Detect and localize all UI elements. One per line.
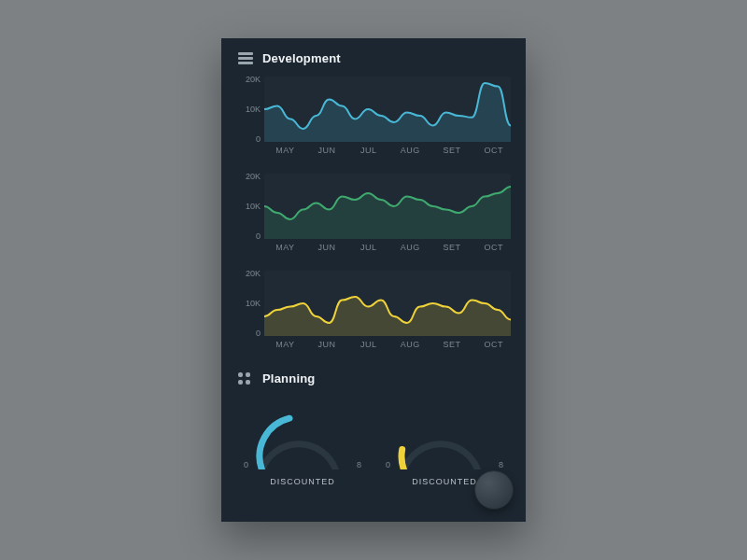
gauge-max-label: 8 [357,460,361,469]
y-tick-label: 0 [233,134,261,144]
y-tick-label: 0 [233,231,261,241]
x-tick-label: MAY [264,340,306,349]
x-tick-label: JUN [306,340,348,349]
gauge-max-label: 8 [499,460,503,469]
x-tick-label: MAY [264,146,306,155]
section-title: Planning [262,371,316,385]
x-tick-label: JUN [306,146,348,155]
y-tick-label: 20K [233,75,261,84]
x-ticks: MAYJUNJULAUGSETOCT [264,146,514,155]
gauge-min-label: 0 [244,460,248,469]
gauge-min-label: 0 [386,460,390,469]
list-icon [238,52,253,65]
y-tick-label: 0 [233,329,261,338]
x-tick-label: SET [431,340,473,349]
y-tick-label: 20K [233,269,261,278]
section-title: Development [262,51,341,65]
x-tick-label: OCT [472,243,514,252]
grid-icon [238,372,253,385]
y-tick-label: 10K [233,299,261,308]
gauge: 0 8 DISCOUNTED [238,400,367,501]
x-tick-label: SET [431,243,473,252]
y-tick-label: 10K [233,105,261,114]
y-tick-label: 20K [233,172,261,181]
x-ticks: MAYJUNJULAUGSETOCT [264,340,514,349]
area-chart: 20K10K0MAYJUNJULAUGSETOCT [233,174,514,265]
x-tick-label: MAY [264,243,306,252]
x-tick-label: JUL [347,243,389,252]
section-header-planning: Planning [221,364,526,391]
x-tick-label: JUL [347,146,389,155]
floating-action-button[interactable] [475,471,513,509]
chart-svg [264,174,511,239]
x-tick-label: OCT [472,340,514,349]
mobile-dashboard-panel: Development 20K10K0MAYJUNJULAUGSETOCT20K… [221,38,526,522]
x-tick-label: JUN [306,243,348,252]
x-tick-label: AUG [389,340,431,349]
section-header-development: Development [221,38,526,71]
y-tick-label: 10K [233,202,261,211]
area-chart: 20K10K0MAYJUNJULAUGSETOCT [233,271,514,362]
x-ticks: MAYJUNJULAUGSETOCT [264,243,514,252]
chart-svg [264,77,511,142]
gauge-svg [238,404,359,469]
x-tick-label: AUG [389,146,431,155]
x-tick-label: SET [431,146,473,155]
chart-svg [264,271,511,336]
area-chart: 20K10K0MAYJUNJULAUGSETOCT [233,77,514,168]
gauge-label: DISCOUNTED [238,477,367,486]
x-tick-label: AUG [389,243,431,252]
x-tick-label: JUL [347,340,389,349]
gauge-svg [380,404,501,469]
x-tick-label: OCT [472,146,514,155]
